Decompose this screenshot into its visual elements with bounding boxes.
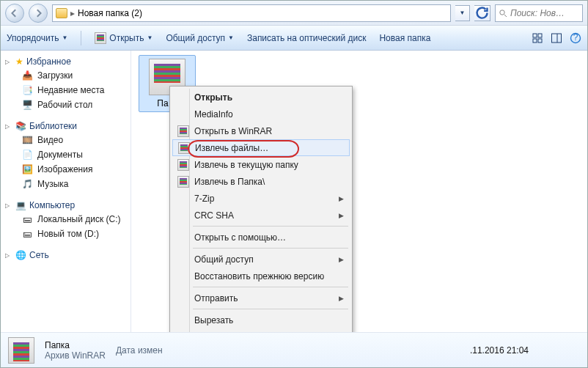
- ctx-7zip[interactable]: 7-Zip▶: [172, 190, 350, 207]
- context-menu: Открыть MediaInfo Открыть в WinRAR Извле…: [169, 86, 353, 368]
- submenu-arrow-icon: ▶: [339, 256, 344, 263]
- sidebar-item-drive-c[interactable]: 🖴Локальный диск (C:): [5, 212, 129, 227]
- toolbar-share[interactable]: Общий доступ ▼: [166, 33, 234, 43]
- chevron-right-icon: ▸: [70, 8, 75, 18]
- refresh-button[interactable]: [474, 5, 490, 21]
- details-date-value: .11.2016 21:04: [470, 345, 529, 356]
- ctx-open-with[interactable]: Открыть с помощью…: [172, 229, 350, 246]
- sidebar-item-desktop[interactable]: 🖥️Рабочий стол: [5, 97, 129, 112]
- documents-icon: 📄: [21, 149, 33, 161]
- drive-icon: 🖴: [21, 213, 33, 225]
- search-icon: [499, 9, 507, 18]
- svg-rect-1: [533, 34, 537, 37]
- drive-icon: 🖴: [21, 228, 33, 240]
- svg-rect-3: [533, 39, 537, 43]
- submenu-arrow-icon: ▶: [339, 295, 344, 302]
- file-list[interactable]: Па… Открыть MediaInfo Открыть в WinRAR И…: [131, 51, 587, 332]
- svg-rect-4: [538, 39, 542, 43]
- details-file-name: Папка: [45, 340, 106, 350]
- sidebar-item-music[interactable]: 🎵Музыка: [5, 177, 129, 191]
- star-icon: ★: [15, 56, 23, 67]
- sidebar-libraries-header[interactable]: ▷📚Библиотеки: [5, 121, 129, 131]
- sidebar-network: ▷🌐Сеть: [5, 250, 129, 260]
- help-button[interactable]: ?: [570, 32, 581, 44]
- address-bar: ▸ Новая папка (2) ▼ Поиск: Нов…: [1, 1, 587, 26]
- winrar-icon: [177, 159, 189, 171]
- svg-point-0: [500, 10, 504, 14]
- ctx-open-winrar[interactable]: Открыть в WinRAR: [172, 122, 350, 139]
- winrar-icon: [178, 142, 190, 154]
- winrar-icon: [177, 125, 189, 137]
- nav-forward-button[interactable]: [29, 4, 48, 23]
- sidebar-item-images[interactable]: 🖼️Изображения: [5, 162, 129, 177]
- sidebar-libraries: ▷📚Библиотеки 🎞️Видео 📄Документы 🖼️Изобра…: [5, 121, 129, 191]
- svg-rect-2: [538, 34, 542, 37]
- ctx-cut[interactable]: Вырезать: [172, 312, 350, 328]
- ctx-extract-files[interactable]: Извлечь файлы…: [172, 139, 350, 156]
- submenu-arrow-icon: ▶: [339, 195, 344, 202]
- winrar-icon: [177, 176, 189, 188]
- winrar-archive-icon: [8, 337, 34, 364]
- video-icon: 🎞️: [21, 134, 33, 146]
- svg-text:?: ?: [573, 32, 578, 43]
- sidebar-favorites-header[interactable]: ▷★Избранное: [5, 56, 129, 67]
- network-icon: 🌐: [15, 250, 26, 260]
- toolbar-newfolder[interactable]: Новая папка: [379, 33, 430, 43]
- recent-icon: 📑: [21, 84, 33, 96]
- toolbar-organize[interactable]: Упорядочить ▼: [7, 33, 67, 43]
- sidebar-item-drive-d[interactable]: 🖴Новый том (D:): [5, 227, 129, 241]
- details-pane: Папка Архив WinRAR Дата измен .11.2016 2…: [1, 332, 587, 367]
- toolbar: Упорядочить ▼ Открыть ▼ Общий доступ ▼ З…: [1, 26, 587, 51]
- sidebar: ▷★Избранное 📥Загрузки 📑Недавние места 🖥️…: [1, 51, 131, 332]
- search-input[interactable]: Поиск: Нов…: [495, 4, 583, 22]
- toolbar-burn[interactable]: Записать на оптический диск: [247, 33, 367, 43]
- search-placeholder: Поиск: Нов…: [510, 8, 565, 18]
- ctx-restore-version[interactable]: Восстановить прежнюю версию: [172, 268, 350, 284]
- images-icon: 🖼️: [21, 163, 33, 175]
- details-date-label: Дата измен: [116, 345, 163, 356]
- submenu-arrow-icon: ▶: [339, 212, 344, 219]
- ctx-send-to[interactable]: Отправить▶: [172, 290, 350, 306]
- folder-icon: [56, 8, 67, 18]
- sidebar-item-documents[interactable]: 📄Документы: [5, 147, 129, 162]
- nav-back-button[interactable]: [5, 4, 24, 23]
- svg-rect-5: [552, 34, 562, 43]
- sidebar-item-recent[interactable]: 📑Недавние места: [5, 83, 129, 97]
- breadcrumb[interactable]: ▸ Новая папка (2): [52, 4, 451, 22]
- main-area: ▷★Избранное 📥Загрузки 📑Недавние места 🖥️…: [1, 51, 587, 332]
- sidebar-favorites: ▷★Избранное 📥Загрузки 📑Недавние места 🖥️…: [5, 56, 129, 112]
- ctx-share-access[interactable]: Общий доступ▶: [172, 251, 350, 268]
- music-icon: 🎵: [21, 178, 33, 190]
- sidebar-computer: ▷💻Компьютер 🖴Локальный диск (C:) 🖴Новый …: [5, 200, 129, 241]
- sidebar-item-video[interactable]: 🎞️Видео: [5, 133, 129, 147]
- ctx-crc-sha[interactable]: CRC SHA▶: [172, 207, 350, 224]
- winrar-icon: [95, 32, 106, 44]
- address-dropdown-button[interactable]: ▼: [455, 5, 470, 21]
- ctx-extract-here[interactable]: Извлечь в текущую папку: [172, 156, 350, 173]
- libraries-icon: 📚: [15, 121, 26, 131]
- view-options-button[interactable]: [532, 32, 543, 44]
- ctx-open[interactable]: Открыть: [172, 89, 350, 106]
- breadcrumb-current[interactable]: Новая папка (2): [78, 8, 142, 18]
- details-file-type: Архив WinRAR: [45, 350, 106, 361]
- sidebar-network-header[interactable]: ▷🌐Сеть: [5, 250, 129, 260]
- computer-icon: 💻: [15, 200, 26, 210]
- desktop-icon: 🖥️: [21, 99, 33, 111]
- sidebar-computer-header[interactable]: ▷💻Компьютер: [5, 200, 129, 210]
- sidebar-item-downloads[interactable]: 📥Загрузки: [5, 68, 129, 83]
- downloads-icon: 📥: [21, 70, 33, 81]
- toolbar-open[interactable]: Открыть ▼: [95, 32, 152, 44]
- ctx-mediainfo[interactable]: MediaInfo: [172, 106, 350, 122]
- preview-pane-button[interactable]: [551, 32, 562, 44]
- ctx-extract-to[interactable]: Извлечь в Папка\: [172, 173, 350, 190]
